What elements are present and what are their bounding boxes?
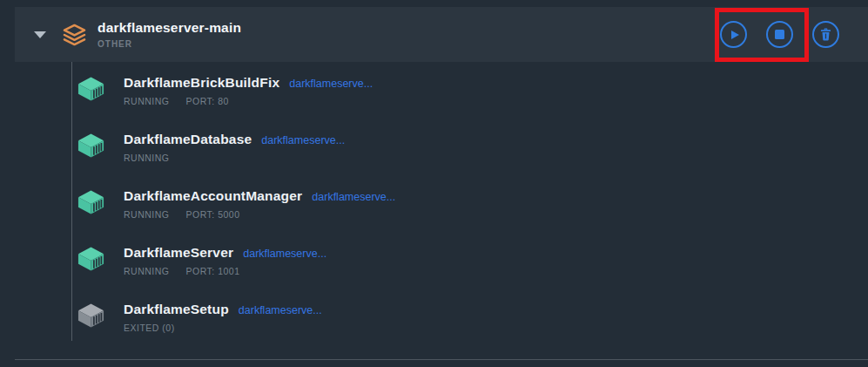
container-name: DarkflameDatabase [124,132,252,147]
container-stack-link[interactable]: darkflameserve... [289,78,373,90]
stack-panel: darkflameserver-main OTHER [0,0,868,367]
container-stack-link[interactable]: darkflameserve... [261,134,345,146]
container-text-block: DarkflameDatabase darkflameserve... RUNN… [124,132,345,163]
start-stack-button[interactable] [720,21,747,48]
container-cube-icon [77,246,105,272]
container-text-block: DarkflameSetup darkflameserve... EXITED … [124,302,322,333]
container-name: DarkflameAccountManager [124,188,302,204]
container-text-block: DarkflameBrickBuildFix darkflameserve...… [124,75,373,106]
container-row: DarkflameAccountManager darkflameserve..… [0,188,868,245]
container-status: EXITED (0) [124,323,175,333]
bottom-divider [15,359,868,360]
stack-header-row[interactable]: darkflameserver-main OTHER [15,7,868,62]
stack-title-block: darkflameserver-main OTHER [98,20,241,49]
stack-layers-icon [63,24,86,46]
container-status: RUNNING [124,96,170,106]
stack-type-label: OTHER [98,39,241,49]
stack-title: darkflameserver-main [98,20,241,36]
container-stack-link[interactable]: darkflameserve... [239,304,322,316]
container-status-line: EXITED (0) [124,323,322,333]
stop-stack-button[interactable] [766,21,793,48]
container-cube-icon [77,302,105,329]
container-port: PORT: 80 [186,96,229,106]
container-status-line: RUNNING PORT: 80 [124,96,373,106]
container-status-line: RUNNING [124,153,345,163]
container-name: DarkflameSetup [124,302,229,317]
container-cube-icon [77,189,105,215]
container-list: DarkflameBrickBuildFix darkflameserve...… [0,75,868,358]
container-cube-icon [77,133,105,159]
container-row: DarkflameBrickBuildFix darkflameserve...… [0,75,868,132]
container-text-block: DarkflameServer darkflameserve... RUNNIN… [124,245,326,276]
delete-stack-button[interactable] [812,21,839,48]
container-row: DarkflameServer darkflameserve... RUNNIN… [0,245,868,302]
stack-actions [720,21,839,48]
container-cube-icon [77,76,105,102]
container-stack-link[interactable]: darkflameserve... [312,191,395,203]
container-status: RUNNING [124,266,170,276]
container-status-line: RUNNING PORT: 5000 [124,209,395,220]
container-name: DarkflameBrickBuildFix [124,75,279,91]
container-port: PORT: 1001 [186,266,240,276]
play-icon [731,31,739,39]
container-row: DarkflameSetup darkflameserve... EXITED … [0,302,868,358]
container-name: DarkflameServer [124,245,233,261]
trash-icon [820,28,831,41]
container-status-line: RUNNING PORT: 1001 [124,266,326,276]
container-row: DarkflameDatabase darkflameserve... RUNN… [0,132,868,188]
container-port: PORT: 5000 [186,209,240,220]
container-stack-link[interactable]: darkflameserve... [243,248,326,260]
container-status: RUNNING [124,153,170,163]
container-status: RUNNING [124,209,170,220]
container-text-block: DarkflameAccountManager darkflameserve..… [124,188,395,220]
stop-icon [775,30,784,39]
chevron-down-icon[interactable] [34,31,46,38]
